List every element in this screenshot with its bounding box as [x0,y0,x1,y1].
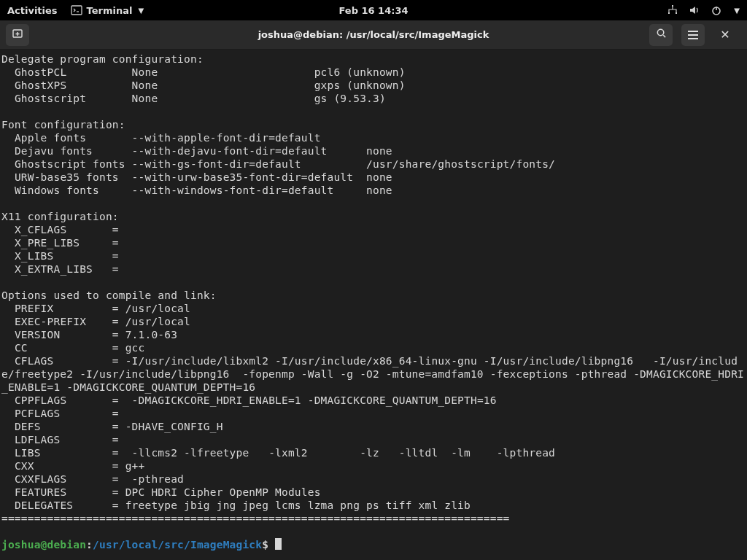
network-icon[interactable] [667,4,678,16]
window-title: joshua@debian: /usr/local/src/ImageMagic… [258,29,489,40]
svg-rect-1 [672,5,673,7]
menu-button[interactable] [681,24,705,46]
prompt-dollar: $ [262,539,275,551]
cursor [275,538,282,550]
close-button[interactable]: ✕ [713,24,737,46]
activities-button[interactable]: Activities [7,5,58,16]
power-icon[interactable] [711,4,722,16]
svg-point-6 [657,29,663,35]
terminal-icon [71,4,82,16]
app-menu[interactable]: Terminal ▼ [71,4,144,16]
prompt-user: joshua@debian [1,539,86,551]
chevron-down-icon[interactable]: ▼ [734,7,740,15]
search-icon [656,28,667,42]
close-icon: ✕ [720,28,729,42]
app-menu-label: Terminal [87,5,133,16]
prompt-line: joshua@debian:/usr/local/src/ImageMagick… [1,539,282,551]
hamburger-icon [688,31,698,39]
new-tab-icon [12,28,23,42]
new-tab-button[interactable] [6,24,29,46]
prompt-colon: : [86,539,93,551]
prompt-path: /usr/local/src/ImageMagick [93,539,262,551]
window-titlebar: joshua@debian: /usr/local/src/ImageMagic… [0,20,747,50]
svg-rect-2 [668,12,670,14]
volume-icon[interactable] [689,4,700,16]
gnome-top-panel: Activities Terminal ▼ Feb 16 14:34 ▼ [0,0,747,20]
svg-rect-3 [676,12,677,14]
search-button[interactable] [649,24,673,46]
chevron-down-icon: ▼ [138,7,144,15]
terminal-output[interactable]: Delegate program configuration: GhostPCL… [0,50,747,560]
clock[interactable]: Feb 16 14:34 [339,5,409,16]
svg-rect-0 [71,6,82,15]
